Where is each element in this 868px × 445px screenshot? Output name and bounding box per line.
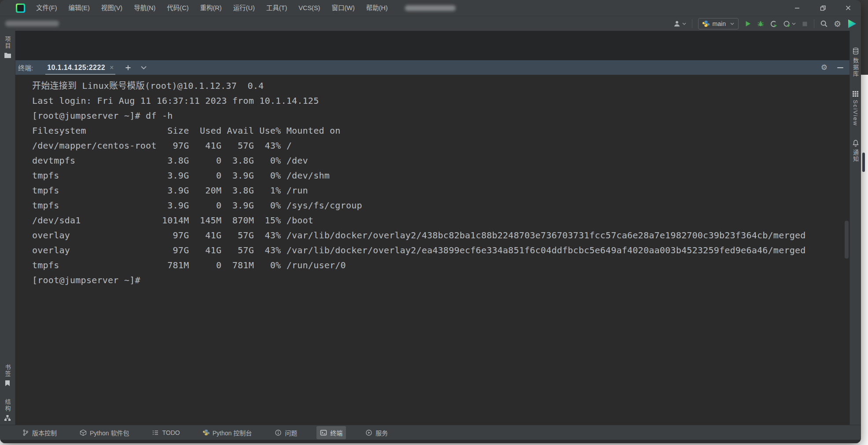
tool-button-label: TODO	[162, 429, 180, 436]
sidebar-item-sciview[interactable]: SciView	[852, 91, 859, 126]
terminal-line: 开始连接到 Linux账号模版(root)@10.1.12.37 0.4	[32, 78, 844, 93]
run-configuration-select[interactable]: main	[698, 18, 739, 29]
right-tool-stripe: 数据库 SciView 通知	[850, 31, 861, 425]
terminal-output[interactable]: 开始连接到 Linux账号模版(root)@10.1.12.37 0.4Last…	[15, 75, 850, 425]
tool-button-python-packages[interactable]: Python 软件包	[76, 426, 132, 439]
sidebar-item-bookmarks[interactable]: 书签	[4, 364, 12, 387]
chevron-down-icon	[792, 22, 796, 25]
sidebar-item-structure[interactable]: 结构	[4, 399, 12, 421]
terminal-line: Last login: Fri Aug 11 16:37:11 2023 fro…	[32, 93, 844, 108]
run-configuration-name: main	[713, 20, 726, 27]
settings-gear-icon[interactable]: ⚙	[834, 20, 841, 28]
menu-item[interactable]: 导航(N)	[128, 0, 161, 16]
sciview-label: SciView	[852, 100, 859, 126]
terminal-header: 终端: 10.1.14.125:2222 × ⚙	[15, 60, 850, 75]
python-icon	[203, 429, 210, 436]
terminal-line: tmpfs 781M 0 781M 0% /run/user/0	[32, 258, 844, 273]
user-profile-icon[interactable]	[673, 20, 686, 28]
structure-icon	[4, 415, 11, 421]
menu-item[interactable]: 工具(T)	[261, 0, 293, 16]
stop-button[interactable]	[802, 21, 808, 27]
git-branch-icon	[22, 429, 29, 436]
run-with-coverage-button[interactable]	[770, 20, 777, 28]
new-terminal-tab-button[interactable]	[125, 65, 131, 71]
bookmarks-label: 书签	[4, 364, 12, 377]
terminal-line: tmpfs 3.9G 0 3.9G 0% /sys/fs/cgroup	[32, 198, 844, 213]
account-avatar[interactable]	[847, 19, 857, 29]
tool-button-problems[interactable]: 问题	[271, 426, 301, 439]
menu-item[interactable]: 帮助(H)	[360, 0, 394, 16]
redacted-project-name	[5, 21, 59, 26]
tool-button-label: Python 控制台	[213, 428, 252, 437]
pycharm-logo-icon[interactable]	[16, 4, 25, 13]
minimize-button[interactable]	[784, 0, 810, 16]
menu-item[interactable]: 文件(F)	[30, 0, 63, 16]
terminal-line: tmpfs 3.9G 0 3.9G 0% /dev/shm	[32, 168, 844, 183]
main-area: 项目 书签 结构	[0, 31, 861, 425]
notifications-label: 通知	[851, 150, 860, 163]
menu-item[interactable]: 代码(C)	[161, 0, 194, 16]
tool-button-todo[interactable]: TODO	[148, 427, 183, 438]
chevron-down-icon	[730, 22, 734, 25]
bookmark-icon	[4, 380, 11, 387]
debug-button[interactable]	[757, 20, 764, 27]
terminal-tabs-dropdown[interactable]	[141, 66, 147, 69]
grid-icon	[852, 91, 859, 97]
tool-button-label: 服务	[375, 428, 388, 437]
search-everywhere-icon[interactable]	[820, 20, 828, 28]
background-window-scrollbar	[862, 153, 865, 172]
run-with-profiler-button[interactable]	[783, 20, 796, 28]
terminal-panel-label: 终端:	[18, 63, 33, 72]
sidebar-item-database[interactable]: 数据库	[851, 47, 860, 77]
left-tool-stripe: 项目 书签 结构	[0, 31, 15, 425]
tab-close-icon[interactable]: ×	[110, 64, 114, 71]
folder-icon	[4, 52, 11, 58]
terminal-minimize-icon[interactable]	[837, 67, 843, 68]
restore-button[interactable]	[810, 0, 835, 16]
menu-item[interactable]: VCS(S)	[293, 0, 326, 16]
tool-button-services[interactable]: 服务	[362, 426, 391, 439]
tool-button-label: 问题	[285, 428, 297, 437]
sidebar-item-notifications[interactable]: 通知	[851, 139, 860, 163]
window-controls	[784, 0, 861, 16]
terminal-line: overlay 97G 41G 57G 43% /var/lib/docker/…	[32, 228, 844, 243]
toolbar-separator	[814, 19, 814, 28]
main-menu: 文件(F)编辑(E)视图(V)导航(N)代码(C)重构(R)运行(U)工具(T)…	[30, 0, 394, 16]
python-icon	[702, 20, 710, 27]
tool-button-terminal[interactable]: 终端	[316, 426, 346, 439]
terminal-settings-gear-icon[interactable]: ⚙	[821, 64, 828, 71]
bell-icon	[852, 139, 859, 147]
terminal-line: /dev/mapper/centos-root 97G 41G 57G 43% …	[32, 138, 844, 153]
menu-item[interactable]: 窗口(W)	[326, 0, 360, 16]
toolbar-run-area: main	[673, 16, 857, 31]
menu-item[interactable]: 运行(U)	[228, 0, 261, 16]
tool-button-python-console[interactable]: Python 控制台	[199, 426, 255, 439]
tool-button-label: Python 软件包	[90, 428, 129, 437]
terminal-scrollbar[interactable]	[845, 221, 849, 259]
bottom-tool-bar: 版本控制 Python 软件包 TODO Python 控制台	[0, 425, 861, 440]
terminal-lines: 开始连接到 Linux账号模版(root)@10.1.12.37 0.4Last…	[32, 78, 844, 288]
tool-button-version-control[interactable]: 版本控制	[18, 426, 60, 439]
terminal-line: overlay 97G 41G 57G 43% /var/lib/docker/…	[32, 243, 844, 258]
project-label: 项目	[4, 36, 12, 49]
toolbar-separator	[692, 19, 692, 28]
terminal-line: tmpfs 3.9G 20M 3.8G 1% /run	[32, 183, 844, 198]
tool-button-label: 版本控制	[32, 428, 57, 437]
window-bottom-edge	[0, 440, 861, 443]
terminal-tab[interactable]: 10.1.14.125:2222 ×	[45, 60, 115, 75]
menu-item[interactable]: 编辑(E)	[63, 0, 96, 16]
menu-item[interactable]: 重构(R)	[194, 0, 227, 16]
terminal-tab-title: 10.1.14.125:2222	[47, 64, 105, 72]
close-button[interactable]	[835, 0, 861, 16]
database-icon	[852, 47, 859, 55]
services-icon	[365, 429, 372, 436]
editor-terminal-column: 终端: 10.1.14.125:2222 × ⚙ 开始连接到 Linu	[15, 31, 850, 425]
run-button[interactable]	[744, 20, 751, 27]
redacted-window-title	[405, 5, 456, 11]
structure-label: 结构	[4, 399, 12, 412]
menu-item[interactable]: 视图(V)	[96, 0, 128, 16]
pycharm-window: 文件(F)编辑(E)视图(V)导航(N)代码(C)重构(R)运行(U)工具(T)…	[0, 0, 861, 443]
sidebar-item-project[interactable]: 项目	[4, 36, 12, 58]
terminal-line: devtmpfs 3.8G 0 3.8G 0% /dev	[32, 153, 844, 168]
editor-empty-area	[15, 31, 850, 60]
